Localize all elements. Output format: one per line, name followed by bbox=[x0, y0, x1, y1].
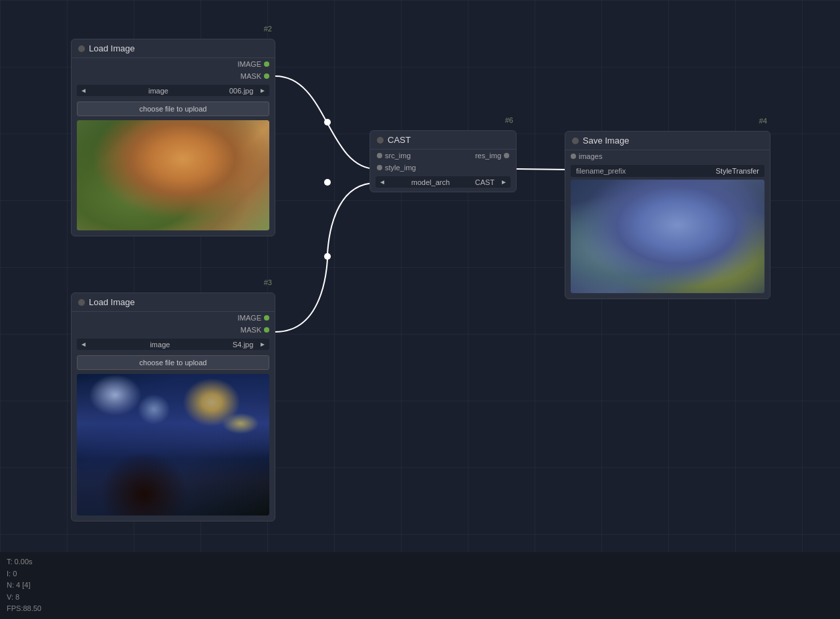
model-next-arrow[interactable]: ► bbox=[497, 176, 511, 188]
node-header-6: CAST bbox=[370, 131, 516, 150]
connection-node3-cast-style bbox=[275, 183, 376, 332]
model-arch-value: CAST bbox=[472, 177, 497, 188]
status-n: N: 4 [4] bbox=[7, 580, 833, 592]
port-src-label: src_img bbox=[385, 152, 411, 160]
cast-port-res-right: res_img bbox=[475, 152, 509, 160]
style-transfer-image bbox=[571, 180, 764, 293]
node-load-image-bottom: #3 Load Image IMAGE MASK ◄ image S4.jpg … bbox=[71, 292, 275, 522]
file-next-arrow-2[interactable]: ► bbox=[256, 85, 269, 96]
port-src-dot bbox=[377, 153, 382, 158]
lynx-image bbox=[77, 120, 269, 230]
cast-port-row-src-res: src_img res_img bbox=[370, 150, 516, 162]
port-res-label: res_img bbox=[475, 152, 501, 160]
status-i: I: 0 bbox=[7, 568, 833, 580]
port-image-label-3: IMAGE bbox=[238, 314, 261, 322]
file-row-2: ◄ image 006.jpg ► bbox=[77, 85, 269, 96]
status-fps: FPS:88.50 bbox=[7, 603, 833, 615]
image-preview-3 bbox=[77, 374, 269, 515]
node-cast: #6 CAST src_img res_img style_img ◄ bbox=[370, 130, 517, 192]
node-header-3: Load Image bbox=[72, 293, 275, 312]
port-res-dot bbox=[504, 153, 509, 158]
image-preview-4 bbox=[571, 180, 764, 293]
port-mask-label-3: MASK bbox=[241, 326, 261, 334]
port-images-dot bbox=[571, 154, 576, 159]
file-prev-arrow-2[interactable]: ◄ bbox=[77, 85, 90, 96]
file-row-label-2: image bbox=[90, 85, 227, 96]
port-image-out-3: IMAGE bbox=[72, 312, 275, 324]
cast-port-row-style: style_img bbox=[370, 162, 516, 174]
file-row-name-2: 006.jpg bbox=[227, 85, 256, 96]
cast-port-style-left: style_img bbox=[377, 164, 416, 172]
filename-row: filename_prefix StyleTransfer bbox=[571, 165, 764, 177]
port-mask-out-3: MASK bbox=[72, 324, 275, 336]
node-canvas: #2 Load Image IMAGE MASK ◄ image 006.jpg… bbox=[0, 0, 840, 619]
port-mask-dot-3 bbox=[264, 327, 269, 333]
port-image-out-2: IMAGE bbox=[72, 58, 275, 70]
file-prev-arrow-3[interactable]: ◄ bbox=[77, 339, 90, 350]
node-id-4: #4 bbox=[759, 117, 767, 125]
port-mask-out-2: MASK bbox=[72, 70, 275, 82]
file-next-arrow-3[interactable]: ► bbox=[256, 339, 269, 350]
connection-dot-3 bbox=[324, 179, 331, 186]
model-prev-arrow[interactable]: ◄ bbox=[376, 176, 389, 188]
connection-dot-2 bbox=[324, 253, 331, 260]
file-row-3: ◄ image S4.jpg ► bbox=[77, 339, 269, 350]
connection-cast-save bbox=[517, 169, 569, 170]
file-row-name-3: S4.jpg bbox=[230, 339, 256, 350]
connection-dot-1 bbox=[324, 119, 331, 126]
port-image-dot-3 bbox=[264, 315, 269, 321]
upload-button-3[interactable]: choose file to upload bbox=[77, 355, 269, 370]
node-title-2: Load Image bbox=[89, 43, 135, 53]
status-v: V: 8 bbox=[7, 592, 833, 604]
filename-prefix-label: filename_prefix bbox=[576, 167, 626, 175]
node-save-image: #4 Save Image images filename_prefix Sty… bbox=[565, 131, 771, 299]
node-title-3: Load Image bbox=[89, 297, 135, 307]
port-mask-dot-2 bbox=[264, 73, 269, 79]
port-images-row: images bbox=[565, 150, 770, 162]
status-bar: T: 0.00s I: 0 N: 4 [4] V: 8 FPS:88.50 bbox=[0, 552, 840, 619]
node-status-dot-2 bbox=[78, 45, 85, 52]
upload-button-2[interactable]: choose file to upload bbox=[77, 101, 269, 116]
node-header-2: Load Image bbox=[72, 39, 275, 58]
node-id-2: #2 bbox=[264, 25, 272, 33]
node-title-6: CAST bbox=[388, 135, 411, 145]
node-id-6: #6 bbox=[505, 116, 513, 124]
file-row-label-3: image bbox=[90, 339, 230, 350]
status-t: T: 0.00s bbox=[7, 556, 833, 568]
starry-night-image bbox=[77, 374, 269, 515]
node-title-4: Save Image bbox=[583, 136, 629, 146]
node-status-dot-4 bbox=[572, 138, 579, 144]
node-id-3: #3 bbox=[264, 278, 272, 286]
image-preview-2 bbox=[77, 120, 269, 230]
model-arch-row: ◄ model_arch CAST ► bbox=[376, 176, 511, 188]
node-load-image-top: #2 Load Image IMAGE MASK ◄ image 006.jpg… bbox=[71, 39, 275, 236]
model-arch-label: model_arch bbox=[389, 177, 472, 188]
port-images-label: images bbox=[579, 152, 602, 160]
filename-prefix-value: StyleTransfer bbox=[716, 167, 759, 175]
connection-node2-cast-src bbox=[275, 76, 376, 169]
port-image-label-2: IMAGE bbox=[238, 60, 261, 68]
port-image-dot-2 bbox=[264, 61, 269, 67]
node-header-4: Save Image bbox=[565, 132, 770, 150]
port-style-label: style_img bbox=[385, 164, 416, 172]
node-status-dot-3 bbox=[78, 299, 85, 306]
cast-port-src-left: src_img bbox=[377, 152, 411, 160]
node-status-dot-6 bbox=[377, 137, 384, 144]
port-mask-label-2: MASK bbox=[241, 72, 261, 80]
port-style-dot bbox=[377, 165, 382, 170]
